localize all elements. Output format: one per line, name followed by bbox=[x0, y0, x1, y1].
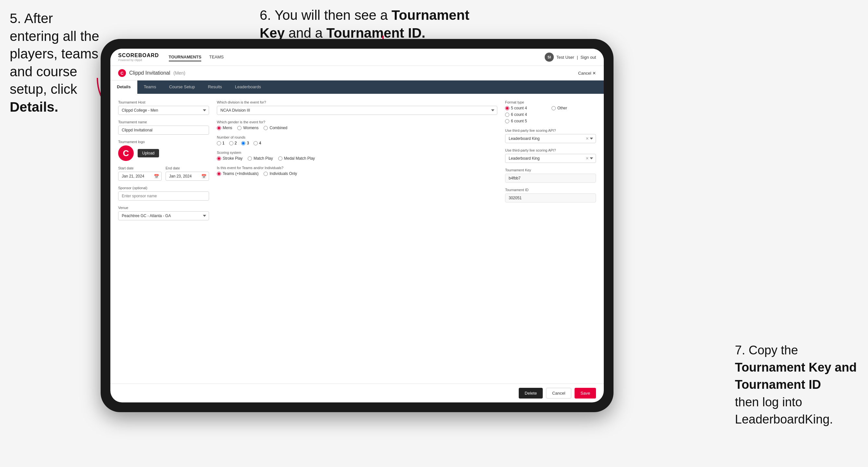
gender-radio-group: Mens Womens Combined bbox=[217, 126, 497, 130]
format-6count4-radio[interactable] bbox=[505, 113, 509, 117]
scoring-medal-match[interactable]: Medal Match Play bbox=[278, 156, 315, 161]
live-scoring-1-group: Use third-party live scoring API? Leader… bbox=[505, 128, 596, 143]
scoring-medal-label: Medal Match Play bbox=[284, 156, 315, 161]
instruction-bottom-bold: Tournament Key and Tournament ID bbox=[735, 361, 857, 392]
form-columns: Tournament Host Clippd College - Men Tou… bbox=[118, 100, 596, 225]
team-teams-radio[interactable] bbox=[217, 172, 221, 176]
cancel-button[interactable]: Cancel bbox=[546, 388, 571, 399]
scoring-stroke[interactable]: Stroke Play bbox=[217, 156, 243, 161]
start-date-group: Start date 📅 bbox=[118, 166, 162, 181]
name-label: Tournament name bbox=[118, 120, 209, 124]
venue-select[interactable]: Peachtree GC - Atlanta - GA bbox=[118, 211, 209, 220]
round-4-label: 4 bbox=[259, 141, 261, 145]
scoring-match-radio[interactable] bbox=[248, 156, 252, 161]
team-individuals-radio[interactable] bbox=[264, 172, 268, 176]
format-6count5-label: 6 count 5 bbox=[511, 119, 527, 123]
end-date-group: End date 📅 bbox=[165, 166, 209, 181]
tab-course-setup[interactable]: Course Setup bbox=[163, 81, 202, 94]
end-date-wrap: 📅 bbox=[165, 172, 209, 181]
round-4[interactable]: 4 bbox=[253, 141, 261, 145]
team-teams[interactable]: Teams (+Individuals) bbox=[217, 172, 258, 176]
rounds-radio-group: 1 2 3 4 bbox=[217, 141, 497, 145]
tab-details[interactable]: Details bbox=[111, 81, 137, 94]
round-2[interactable]: 2 bbox=[229, 141, 237, 145]
app-header: SCOREBOARD Powered by clippd TOURNAMENTS… bbox=[111, 49, 604, 66]
format-5count4-label: 5 count 4 bbox=[511, 106, 527, 110]
round-3-radio[interactable] bbox=[241, 141, 245, 145]
team-radio-group: Teams (+Individuals) Individuals Only bbox=[217, 172, 497, 176]
live-scoring-1-select[interactable]: Leaderboard King bbox=[505, 134, 596, 143]
end-date-calendar-icon: 📅 bbox=[201, 174, 207, 179]
live-scoring-2-clear[interactable]: ✕ bbox=[586, 156, 589, 161]
tournament-logo-icon: C bbox=[118, 69, 126, 77]
gender-womens-radio[interactable] bbox=[237, 126, 242, 130]
scoring-match[interactable]: Match Play bbox=[248, 156, 273, 161]
gender-mens-radio[interactable] bbox=[217, 126, 221, 130]
scoring-match-label: Match Play bbox=[253, 156, 273, 161]
format-5count4[interactable]: 5 count 4 bbox=[505, 106, 550, 110]
live-scoring-2-group: Use third-party live scoring API? Leader… bbox=[505, 148, 596, 163]
nav-teams[interactable]: TEAMS bbox=[209, 53, 224, 61]
division-select[interactable]: NCAA Division III bbox=[217, 106, 497, 115]
sponsor-group: Sponsor (optional) bbox=[118, 186, 209, 200]
format-6count5[interactable]: 6 count 5 bbox=[505, 119, 596, 123]
venue-label: Venue bbox=[118, 206, 209, 210]
nav-tournaments[interactable]: TOURNAMENTS bbox=[169, 53, 202, 61]
right-column: Format type 5 count 4 Other bbox=[505, 100, 596, 225]
sub-header: C Clippd Invitational (Men) Cancel ✕ bbox=[111, 66, 604, 81]
gender-group: Which gender is the event for? Mens Wome… bbox=[217, 120, 497, 130]
sign-out-link[interactable]: Sign out bbox=[580, 55, 596, 60]
tablet-screen: SCOREBOARD Powered by clippd TOURNAMENTS… bbox=[111, 49, 604, 402]
live-scoring-1-select-wrap: Leaderboard King ✕ bbox=[505, 134, 596, 143]
logo-group: Tournament logo C Upload bbox=[118, 140, 209, 161]
tab-teams[interactable]: Teams bbox=[137, 81, 163, 94]
user-avatar: SI bbox=[545, 53, 554, 62]
round-4-radio[interactable] bbox=[253, 141, 258, 145]
scoring-medal-match-radio[interactable] bbox=[278, 156, 282, 161]
round-2-radio[interactable] bbox=[229, 141, 234, 145]
tournament-key-group: Tournament Key b4fbb7 bbox=[505, 168, 596, 183]
format-options: 5 count 4 Other 6 count 4 bbox=[505, 106, 596, 123]
upload-button[interactable]: Upload bbox=[137, 149, 159, 157]
team-label: Is this event for Teams and/or Individua… bbox=[217, 166, 497, 170]
scoring-group: Scoring system Stroke Play Match Play bbox=[217, 151, 497, 161]
tablet-frame: SCOREBOARD Powered by clippd TOURNAMENTS… bbox=[101, 39, 614, 412]
round-3[interactable]: 3 bbox=[241, 141, 249, 145]
format-6count5-radio[interactable] bbox=[505, 119, 509, 123]
user-name: Test User bbox=[556, 55, 574, 60]
gender-combined[interactable]: Combined bbox=[264, 126, 287, 130]
format-other-radio[interactable] bbox=[552, 106, 556, 110]
team-individuals[interactable]: Individuals Only bbox=[264, 172, 297, 176]
gender-mens[interactable]: Mens bbox=[217, 126, 232, 130]
instruction-left-bold: Details. bbox=[10, 99, 58, 115]
gender-combined-radio[interactable] bbox=[264, 126, 268, 130]
tournament-name-text: Clippd Invitational bbox=[129, 70, 170, 76]
scoring-stroke-radio[interactable] bbox=[217, 156, 221, 161]
round-1[interactable]: 1 bbox=[217, 141, 225, 145]
format-5count4-radio[interactable] bbox=[505, 106, 509, 110]
gender-womens[interactable]: Womens bbox=[237, 126, 258, 130]
instruction-bottom-right: 7. Copy the Tournament Key and Tournamen… bbox=[735, 342, 858, 428]
tab-leaderboards[interactable]: Leaderboards bbox=[228, 81, 268, 94]
end-date-label: End date bbox=[165, 166, 209, 170]
round-1-radio[interactable] bbox=[217, 141, 221, 145]
tab-results[interactable]: Results bbox=[201, 81, 228, 94]
save-button[interactable]: Save bbox=[575, 388, 596, 399]
instruction-right-top-text: 6. You will then see a bbox=[260, 7, 388, 23]
format-group: Format type 5 count 4 Other bbox=[505, 100, 596, 123]
format-other[interactable]: Other bbox=[552, 106, 596, 110]
start-date-label: Start date bbox=[118, 166, 162, 170]
form-footer: Delete Cancel Save bbox=[111, 383, 604, 402]
host-select[interactable]: Clippd College - Men bbox=[118, 106, 209, 115]
name-input[interactable] bbox=[118, 126, 209, 135]
delete-button[interactable]: Delete bbox=[519, 388, 543, 399]
instruction-right-top-and: and a bbox=[288, 25, 323, 40]
live-scoring-1-clear[interactable]: ✕ bbox=[586, 136, 589, 141]
format-row-2: 6 count 4 bbox=[505, 112, 596, 117]
sponsor-input[interactable] bbox=[118, 191, 209, 200]
format-6count4[interactable]: 6 count 4 bbox=[505, 112, 596, 117]
live-scoring-2-select[interactable]: Leaderboard King bbox=[505, 154, 596, 163]
sub-header-cancel[interactable]: Cancel ✕ bbox=[578, 71, 596, 75]
format-6count4-label: 6 count 4 bbox=[511, 112, 527, 117]
logo-upload-area: C Upload bbox=[118, 145, 209, 161]
